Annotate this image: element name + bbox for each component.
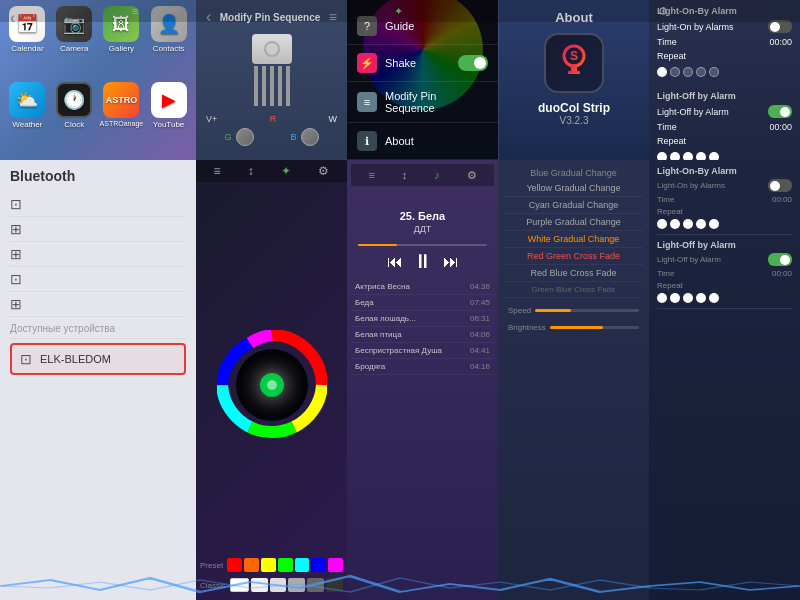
music-toolbar-icon-1[interactable]: ≡ [368, 169, 374, 181]
pin-leg [278, 66, 282, 106]
play-button[interactable]: ⏸ [413, 250, 433, 273]
app-gallery-label: Gallery [109, 44, 134, 53]
preset-magenta[interactable] [328, 558, 343, 572]
toolbar-icon-4[interactable]: ⚙ [318, 164, 329, 178]
pin-leg [270, 66, 274, 106]
speed-control: Speed [504, 302, 643, 319]
music-track-title: 25. Бела [400, 210, 445, 222]
svg-text:S: S [570, 49, 578, 63]
app-astro[interactable]: ASTRO ASTROanage [100, 82, 144, 154]
app-clock[interactable]: 🕐 Clock [53, 82, 96, 154]
preset-red[interactable] [227, 558, 242, 572]
modify-icon: ≡ [357, 92, 377, 112]
brightness-label: Brightness [508, 323, 546, 332]
music-toolbar: ≡ ↕ ♪ ⚙ [351, 164, 494, 186]
list-item[interactable]: Актриса Весна 04:36 [351, 279, 494, 295]
pin-leg [286, 66, 290, 106]
speed-bar[interactable] [535, 309, 639, 312]
alarm-off-row: Light-Off by Alarm [657, 105, 792, 118]
app-calendar-label: Calendar [11, 44, 43, 53]
bluetooth-panel: Bluetooth ⊡ ⊞ ⊞ ⊡ ⊞ Доступные устройства… [0, 160, 196, 600]
alarm-on-bottom-toggle[interactable] [768, 179, 792, 192]
color-wheel-svg[interactable] [217, 330, 327, 440]
menu-item-about[interactable]: ℹ About [347, 123, 498, 160]
alarm-dot [670, 293, 680, 303]
toolbar-icon-2[interactable]: ↕ [248, 164, 254, 178]
next-button[interactable]: ⏭ [443, 253, 459, 271]
pin-b-button[interactable] [301, 128, 319, 146]
alarm-repeat-dots [657, 67, 792, 77]
alarm-off-bottom-dots [657, 293, 792, 303]
alarm-off-block-title: Light-Off by Alarm [657, 240, 792, 250]
music-toolbar-icon-3[interactable]: ♪ [434, 169, 440, 181]
pin-diagram [252, 30, 292, 110]
pin-label-w: W [328, 114, 337, 124]
shake-icon: ⚡ [357, 53, 377, 73]
music-toolbar-icon-2[interactable]: ↕ [402, 169, 408, 181]
alarm-off-toggle[interactable] [768, 105, 792, 118]
effect-item[interactable]: Cyan Gradual Change [504, 197, 643, 214]
music-toolbar-icon-4[interactable]: ⚙ [467, 169, 477, 182]
pin-b-row: B [290, 128, 318, 146]
effect-item[interactable]: Green Blue Cross Fade [504, 282, 643, 298]
effect-item-orange[interactable]: White Gradual Change [504, 231, 643, 248]
off-time-value: 00:00 [769, 122, 792, 132]
prev-button[interactable]: ⏮ [387, 253, 403, 271]
preset-blue[interactable] [311, 558, 326, 572]
pin-label-r: R [270, 114, 277, 124]
app-logo: S [544, 33, 604, 93]
alarm-dot [696, 293, 706, 303]
brightness-fill [550, 326, 604, 329]
preset-row: Preset [200, 558, 343, 572]
list-item[interactable]: Бродяга 04:16 [351, 359, 494, 375]
effect-item[interactable]: Red Blue Cross Fade [504, 265, 643, 282]
menu-item-modify[interactable]: ≡ Modify PinSequence [347, 82, 498, 123]
color-toolbar: ≡ ↕ ✦ ⚙ [196, 160, 347, 182]
preset-orange[interactable] [244, 558, 259, 572]
bt-device-icon-5: ⊞ [10, 296, 22, 312]
bt-device-2: ⊞ [10, 217, 186, 242]
effect-item[interactable]: Yellow Gradual Change [504, 180, 643, 197]
list-item[interactable]: Беспристрастная Душа 04:41 [351, 343, 494, 359]
alarm-off-bottom-toggle[interactable] [768, 253, 792, 266]
pin-g-button[interactable] [236, 128, 254, 146]
alarm-off-repeat-label: Repeat [657, 281, 683, 290]
bt-elk-device[interactable]: ⊡ ELK-BLEDOM [10, 343, 186, 375]
alarm-on-detail-label: Light-On by Alarms [657, 181, 725, 190]
toolbar-icon-1[interactable]: ≡ [214, 164, 221, 178]
alarm-dot [709, 67, 719, 77]
app-youtube[interactable]: ▶ YouTube [147, 82, 190, 154]
pin-g-row: G [224, 128, 253, 146]
preset-green[interactable] [278, 558, 293, 572]
shake-label: Shake [385, 57, 416, 69]
pin-leg [262, 66, 266, 106]
preset-yellow[interactable] [261, 558, 276, 572]
color-menu-panel: ? Guide ⚡ Shake ≡ Modify PinSequence ℹ A… [347, 0, 498, 160]
bt-elk-icon: ⊡ [20, 351, 32, 367]
alarm-repeat-row: Repeat [657, 51, 792, 61]
shake-toggle[interactable] [458, 55, 488, 71]
list-item[interactable]: Белая лошадь... 06:31 [351, 311, 494, 327]
color-wheel[interactable] [217, 330, 327, 440]
menu-item-shake[interactable]: ⚡ Shake [347, 45, 498, 82]
app-camera-label: Camera [60, 44, 88, 53]
alarm-top-panel: Light-On-By Alarm Light-On by Alarms Tim… [649, 0, 800, 160]
alarm-dot [696, 152, 706, 160]
app-weather[interactable]: ⛅ Weather [6, 82, 49, 154]
alarm-off-detail-label: Light-Off by Alarm [657, 255, 721, 264]
alarm-time-detail-row: Time 00:00 [657, 195, 792, 204]
progress-bar-bg[interactable] [358, 244, 487, 246]
bluetooth-title: Bluetooth [10, 168, 186, 184]
alarm-on-detail-row: Light-On by Alarms [657, 179, 792, 192]
list-item[interactable]: Беда 07:45 [351, 295, 494, 311]
alarm-repeat-detail-label: Repeat [657, 207, 683, 216]
effect-item-red[interactable]: Red Green Cross Fade [504, 248, 643, 265]
list-item[interactable]: Белая птица 04:06 [351, 327, 494, 343]
alarm-off-label: Light-Off by Alarm [657, 107, 729, 117]
color-palette-row [260, 150, 283, 160]
brightness-bar[interactable] [550, 326, 639, 329]
toolbar-icon-3[interactable]: ✦ [281, 164, 291, 178]
effect-item[interactable]: Purple Gradual Change [504, 214, 643, 231]
alarm-off-repeat-row: Repeat [657, 136, 792, 146]
preset-cyan[interactable] [295, 558, 310, 572]
